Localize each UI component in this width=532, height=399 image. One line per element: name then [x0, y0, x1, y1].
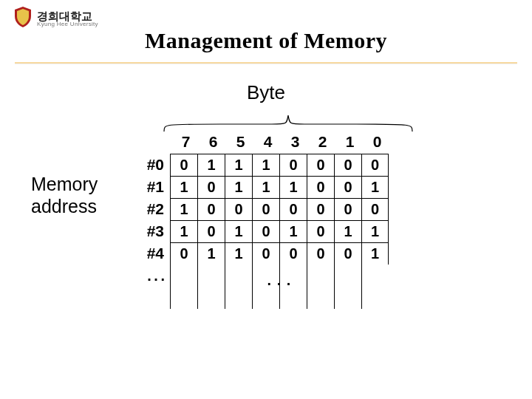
bit-cell: 0 — [197, 220, 225, 242]
crest-icon — [13, 6, 33, 31]
bit-cell: 1 — [170, 198, 197, 220]
bit-cell: 1 — [361, 242, 389, 265]
bit-cell: 0 — [170, 154, 197, 176]
logo-korean: 경희대학교 — [37, 10, 98, 21]
bit-col-4: 4 — [254, 133, 282, 151]
brace-icon — [161, 111, 427, 134]
bit-cell: 0 — [307, 176, 334, 198]
bit-cell: 1 — [279, 176, 307, 198]
bit-cell: 0 — [307, 242, 334, 265]
bit-col-0: 0 — [364, 133, 391, 151]
row-label-4: #4 — [126, 242, 164, 265]
memory-byte-diagram: 7 6 5 4 3 2 1 0 #0 #1 #2 #3 #4 . . . 0 1… — [126, 111, 391, 309]
bit-column-headers: 7 6 5 4 3 2 1 0 — [172, 133, 391, 151]
row-label-0: #0 — [126, 154, 164, 176]
title-underline — [15, 62, 517, 64]
bit-cell: 1 — [361, 220, 389, 242]
bit-cell: 1 — [170, 176, 197, 198]
row-label-3: #3 — [126, 220, 164, 242]
bit-cell: 0 — [279, 198, 307, 220]
page-title: Management of Memory — [0, 28, 532, 53]
bit-cell: 0 — [252, 220, 279, 242]
bit-col-3: 3 — [282, 133, 309, 151]
row-label-ellipsis: . . . — [126, 265, 164, 287]
bit-cell: 0 — [197, 198, 225, 220]
bit-cell: 0 — [279, 154, 307, 176]
row-label-1: #1 — [126, 176, 164, 198]
bit-cell: 0 — [334, 198, 361, 220]
bit-cell: 1 — [279, 220, 307, 242]
bit-cell: 1 — [170, 220, 197, 242]
table-row: 1 0 0 0 0 0 0 0 — [170, 198, 389, 220]
memory-cells: 0 1 1 1 0 0 0 0 1 0 1 1 1 0 0 1 1 0 — [170, 154, 389, 309]
bit-col-5: 5 — [227, 133, 254, 151]
table-row: 1 0 1 0 1 0 1 1 — [170, 220, 389, 242]
bit-cell: 0 — [252, 198, 279, 220]
bit-cell: 0 — [307, 198, 334, 220]
bit-cell: 1 — [252, 176, 279, 198]
bit-cell: 1 — [197, 154, 225, 176]
logo-text: 경희대학교 Kyung Hee University — [37, 10, 98, 27]
bit-cell: 1 — [334, 220, 361, 242]
table-row: 1 0 1 1 1 0 0 1 — [170, 176, 389, 198]
bit-cell: 1 — [225, 154, 252, 176]
bit-cell: 0 — [334, 242, 361, 265]
bit-cell: 1 — [225, 242, 252, 265]
bit-cell: 1 — [361, 176, 389, 198]
bit-cell: 0 — [307, 154, 334, 176]
memory-address-label: Memory address — [31, 173, 98, 217]
bit-cell: 0 — [361, 198, 389, 220]
bit-cell: 0 — [252, 242, 279, 265]
bit-cell: 1 — [252, 154, 279, 176]
table-row: 0 1 1 1 0 0 0 0 — [170, 154, 389, 176]
bit-cell: 0 — [197, 176, 225, 198]
bit-col-6: 6 — [200, 133, 227, 151]
bit-col-2: 2 — [309, 133, 336, 151]
bit-cell: 1 — [225, 176, 252, 198]
bit-col-7: 7 — [172, 133, 200, 151]
bit-cell: 0 — [225, 198, 252, 220]
continuation-columns: . . . — [170, 265, 389, 309]
byte-label: Byte — [0, 81, 532, 104]
row-label-2: #2 — [126, 198, 164, 220]
table-row: 0 1 1 0 0 0 0 1 — [170, 242, 389, 265]
bit-cell: 1 — [197, 242, 225, 265]
bit-cell: 0 — [307, 220, 334, 242]
bit-cell: 0 — [170, 242, 197, 265]
logo-english: Kyung Hee University — [37, 21, 98, 27]
bit-cell: 0 — [334, 154, 361, 176]
cell-ellipsis: . . . — [170, 272, 389, 289]
bit-cell: 0 — [361, 154, 389, 176]
row-address-labels: #0 #1 #2 #3 #4 . . . — [126, 154, 170, 309]
university-logo: 경희대학교 Kyung Hee University — [13, 6, 98, 31]
bit-cell: 1 — [225, 220, 252, 242]
bit-cell: 0 — [279, 242, 307, 265]
bit-col-1: 1 — [336, 133, 364, 151]
bit-cell: 0 — [334, 176, 361, 198]
